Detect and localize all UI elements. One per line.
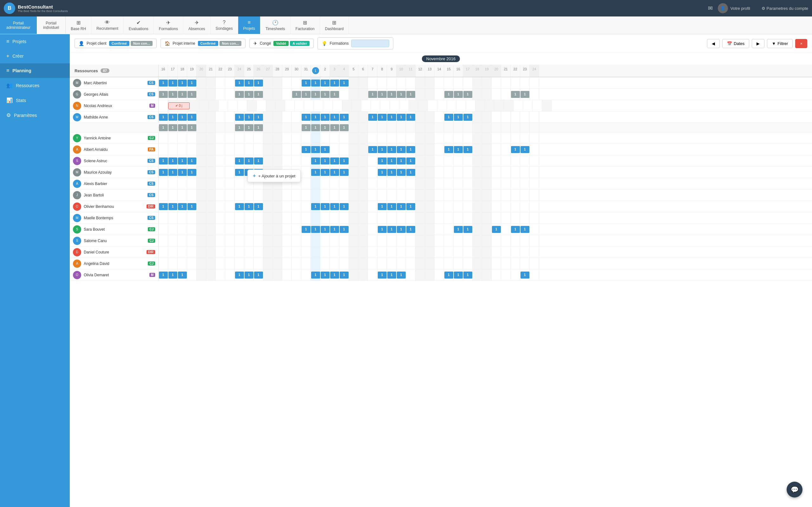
day-cells: 1111111111111111111111 (159, 89, 812, 100)
tab-evaluations[interactable]: ✔Evaluations (124, 16, 154, 34)
day-cell (454, 123, 463, 132)
avatar: M (73, 168, 81, 176)
settings-button[interactable]: ⚙ Parametres du compte (762, 6, 808, 11)
profile-label: Votre profil (730, 6, 750, 11)
sidebar-item-projets[interactable]: ≡Projets (0, 34, 70, 49)
recrutement-icon: 👁 (105, 20, 110, 25)
day-header-39: 24 (530, 65, 539, 77)
time-block: 1 (311, 91, 320, 98)
resource-name: Daniel Couture (84, 250, 144, 255)
day-cell (197, 235, 206, 246)
day-cell: 1 (177, 269, 187, 280)
day-cell: 1 (187, 155, 197, 166)
tab-sondages[interactable]: ?Sondages (211, 16, 238, 34)
sidebar-item-ressources[interactable]: 👥Ressources (0, 78, 70, 93)
profile-button[interactable]: 👤 Votre profil (718, 3, 750, 13)
tooltip-popup[interactable]: + + Ajouter à un projet (247, 170, 301, 182)
day-cell (473, 155, 482, 166)
tab-timesheets[interactable]: 🕐Timesheets (260, 16, 291, 34)
close-button[interactable]: × (795, 39, 807, 48)
time-block: 1 (340, 158, 349, 164)
day-cell (197, 224, 206, 235)
day-cell (501, 89, 511, 100)
day-cell (482, 235, 492, 246)
portal-indiv-tab[interactable]: Portail individuel (37, 16, 66, 34)
day-cell (425, 123, 435, 132)
day-cell (530, 224, 539, 235)
tab-dashboard[interactable]: ⊞Dashboard (320, 16, 349, 34)
day-header-23: 8 (377, 65, 387, 77)
dashboard-icon: ⊞ (332, 20, 336, 26)
table-row: NNicolas AndrieuxM✔ 0 j (70, 100, 812, 112)
day-cell (358, 212, 368, 223)
mail-icon[interactable]: ✉ (708, 5, 713, 12)
logo-sub: The Best Tools for the Best Consultants (18, 9, 68, 13)
day-cell (511, 269, 520, 280)
tab-projets[interactable]: ≡Projets (238, 16, 260, 34)
day-cell (501, 123, 511, 132)
next-button[interactable]: ▶ (752, 39, 764, 48)
tab-formations[interactable]: ✈Formations (154, 16, 183, 34)
dates-button[interactable]: 📅 Dates (722, 39, 749, 48)
day-cell (397, 246, 406, 258)
time-block: 1 (340, 272, 349, 279)
day-cell (415, 167, 425, 178)
resource-badge: CJ (148, 262, 155, 266)
day-cell: 1 (254, 155, 263, 166)
day-cell (311, 235, 320, 246)
time-block: 1 (397, 226, 406, 233)
filter-button[interactable]: ▼ Filtrer (767, 39, 793, 48)
day-cell (292, 123, 301, 132)
chat-button[interactable]: 💬 (786, 482, 803, 498)
day-cell (511, 178, 520, 189)
day-cell: 1 (311, 155, 320, 166)
day-cell (187, 258, 197, 269)
badge-confirme: Confirmé (109, 41, 130, 46)
day-cells (159, 235, 812, 246)
day-cell (530, 167, 539, 178)
day-cell (206, 269, 216, 280)
tab-base-rh[interactable]: ⊞Base RH (66, 16, 91, 34)
day-cell (218, 100, 228, 111)
day-cell (168, 235, 177, 246)
sidebar-item-creer[interactable]: +Créer (0, 49, 70, 63)
sidebar-item-parametres[interactable]: ⚙Paramètres (0, 108, 70, 123)
evaluations-icon: ✔ (136, 20, 141, 26)
day-cell (292, 212, 301, 223)
content-area: ≡Projets+Créer≡Planning👥Ressources📊Stats… (0, 34, 812, 507)
day-cell: 1 (159, 167, 168, 178)
day-cell (501, 155, 511, 166)
tab-absences[interactable]: ✈Absences (183, 16, 211, 34)
day-cell (266, 100, 275, 111)
resource-badge: CS (148, 115, 155, 119)
day-cell (463, 201, 473, 212)
portal-admin-tab[interactable]: Portail administrateur (0, 16, 37, 34)
day-cell (235, 178, 244, 189)
planning-area[interactable]: Novembre 2016 Ressources 87 161718192021… (70, 53, 812, 507)
sidebar-item-stats[interactable]: 📊Stats (0, 93, 70, 108)
avatar: S (73, 157, 81, 165)
day-cell (501, 201, 511, 212)
resource-name: Maurice Azoulay (84, 170, 145, 175)
day-cell (301, 189, 311, 201)
day-cell (387, 235, 397, 246)
day-cell (415, 144, 425, 155)
tab-facturation[interactable]: ⊞Facturation (291, 16, 320, 34)
day-cell (339, 89, 349, 100)
plus-icon: + (253, 173, 256, 179)
day-cell (501, 212, 511, 223)
day-cell (463, 77, 473, 89)
time-block: 1 (159, 158, 168, 164)
day-cell: 1 (406, 167, 415, 178)
day-cell: 1 (511, 224, 520, 235)
resource-name: Angelina David (84, 262, 145, 266)
sidebar-item-planning[interactable]: ≡Planning (0, 63, 70, 78)
prev-button[interactable]: ◀ (707, 39, 720, 48)
day-cell (520, 235, 530, 246)
tab-recrutement[interactable]: 👁Recrutement (91, 16, 124, 34)
day-cell (425, 212, 435, 223)
day-cell (159, 212, 168, 223)
time-block: 1 (159, 203, 168, 210)
day-cell: 1 (235, 123, 244, 132)
day-cell (349, 155, 358, 166)
